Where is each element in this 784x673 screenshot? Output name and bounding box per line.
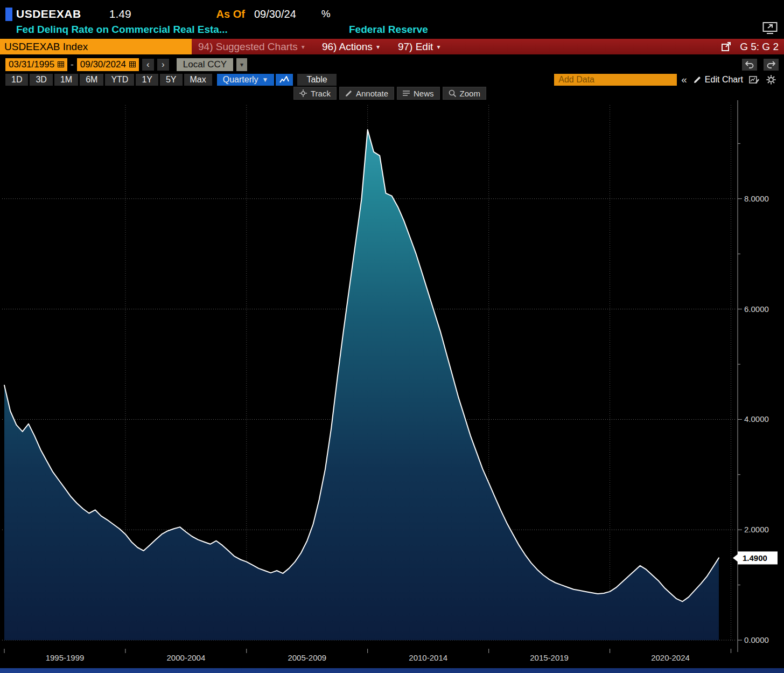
y-axis-label: 2.0000	[744, 525, 769, 534]
end-date-value: 09/30/2024	[80, 59, 126, 70]
news-button[interactable]: News	[397, 87, 440, 100]
tab-1y[interactable]: 1Y	[136, 74, 158, 86]
calendar-icon	[58, 59, 64, 70]
redo-button[interactable]	[764, 59, 779, 71]
taskbar-strip	[0, 668, 784, 673]
chevron-down-icon: ▾	[240, 61, 243, 68]
track-button[interactable]: Track	[293, 87, 337, 100]
currency-selector[interactable]: Local CCY	[177, 58, 233, 71]
calendar-icon	[129, 59, 136, 70]
undo-icon	[745, 61, 754, 68]
edit-label: 97) Edit	[398, 41, 433, 53]
zoom-label: Zoom	[460, 89, 480, 98]
edit-menu[interactable]: 97) Edit ▾	[398, 41, 440, 53]
x-axis-label: 2000-2004	[167, 653, 206, 662]
last-value-arrow	[733, 554, 738, 561]
menu-bar: USDEEXAB Index 94) Suggested Charts ▾ 96…	[0, 39, 784, 54]
chart-type-button[interactable]	[276, 74, 293, 86]
annotate-label: Annotate	[356, 89, 388, 98]
y-axis-label: 6.0000	[744, 304, 769, 314]
line-chart-icon	[279, 76, 289, 84]
frequency-selector[interactable]: Quarterly ▼	[217, 74, 275, 86]
chart-tools: Track Annotate News Zoom	[293, 87, 486, 100]
unit-percent: %	[321, 8, 331, 20]
range-forward-button[interactable]: ›	[157, 59, 169, 71]
news-label: News	[414, 89, 434, 98]
tab-3d[interactable]: 3D	[30, 74, 52, 86]
start-date-field[interactable]: 03/31/1995	[5, 58, 67, 71]
collapse-panel-button[interactable]: «	[681, 74, 687, 86]
delinquency-rate-chart[interactable]: 0.00002.00004.00006.00008.00001995-19992…	[0, 85, 784, 673]
last-value-badge-label: 1.4900	[743, 553, 767, 563]
chevron-down-icon: ▾	[376, 43, 380, 51]
description-bar: Fed Delinq Rate on Commercial Real Esta.…	[0, 24, 784, 39]
cursor-block	[5, 8, 12, 21]
quote-bar: USDEEXAB 1.49 As Of 09/30/24 %	[0, 0, 784, 24]
undo-button[interactable]	[742, 59, 757, 71]
x-axis-label: 2015-2019	[530, 653, 569, 662]
chevron-left-icon: ‹	[146, 59, 150, 70]
grid-indicator: G 5: G 2	[740, 41, 779, 53]
chart-settings-icon[interactable]	[747, 74, 762, 86]
last-price: 1.49	[109, 8, 131, 20]
table-button[interactable]: Table	[297, 74, 336, 86]
range-bar: 03/31/1995 - 09/30/2024 ‹ › Local CCY ▾	[0, 58, 784, 72]
launch-window-icon[interactable]	[718, 41, 733, 53]
series-area	[4, 130, 719, 640]
chevron-down-icon: ▼	[262, 76, 269, 84]
tab-6m[interactable]: 6M	[80, 74, 103, 86]
start-date-value: 03/31/1995	[9, 59, 54, 70]
suggested-charts-menu[interactable]: 94) Suggested Charts ▾	[198, 41, 305, 53]
add-data-input[interactable]: Add Data	[554, 74, 677, 86]
currency-dropdown-button[interactable]: ▾	[236, 58, 247, 71]
ticker-symbol: USDEEXAB	[16, 8, 81, 20]
end-date-field[interactable]: 09/30/2024	[77, 58, 139, 71]
tab-max[interactable]: Max	[184, 74, 212, 86]
news-lines-icon	[403, 90, 410, 96]
crosshair-icon	[299, 89, 307, 97]
magnifier-icon	[449, 89, 456, 97]
range-back-button[interactable]: ‹	[142, 59, 154, 71]
send-to-monitor-icon[interactable]	[762, 22, 778, 37]
chart-region: 0.00002.00004.00006.00008.00001995-19992…	[0, 85, 784, 673]
tab-ytd[interactable]: YTD	[105, 74, 134, 86]
security-description: Fed Delinq Rate on Commercial Real Esta.…	[16, 24, 228, 36]
x-axis-label: 1995-1999	[46, 653, 85, 662]
as-of-label: As Of	[216, 8, 245, 20]
x-axis-label: 2020-2024	[651, 653, 690, 662]
chevron-right-icon: ›	[162, 59, 165, 70]
x-axis-label: 2010-2014	[409, 653, 447, 662]
as-of-date: 09/30/24	[254, 8, 296, 20]
edit-chart-button[interactable]: Edit Chart	[691, 75, 745, 85]
data-source: Federal Reserve	[349, 24, 428, 36]
tab-1m[interactable]: 1M	[54, 74, 78, 86]
settings-gear-icon[interactable]	[764, 74, 779, 86]
zoom-button[interactable]: Zoom	[443, 87, 486, 100]
y-axis-label: 4.0000	[744, 414, 769, 424]
suggested-charts-label: 94) Suggested Charts	[198, 41, 298, 53]
y-axis-label: 0.0000	[744, 635, 769, 644]
frequency-label: Quarterly	[223, 75, 258, 85]
x-axis-label: 2005-2009	[288, 653, 326, 662]
actions-menu[interactable]: 96) Actions ▾	[322, 41, 380, 53]
y-axis-label: 8.0000	[744, 194, 769, 203]
annotate-pencil-icon	[345, 90, 352, 97]
period-bar: 1D 3D 1M 6M YTD 1Y 5Y Max Quarterly ▼ Ta…	[0, 73, 784, 86]
track-label: Track	[311, 89, 331, 98]
chevron-down-icon: ▾	[302, 43, 305, 51]
date-separator: -	[71, 59, 74, 70]
tab-1d[interactable]: 1D	[5, 74, 28, 86]
security-field[interactable]: USDEEXAB Index	[0, 39, 192, 54]
pencil-icon	[694, 76, 701, 84]
chevron-down-icon: ▾	[437, 43, 440, 51]
actions-label: 96) Actions	[322, 41, 373, 53]
tab-5y[interactable]: 5Y	[160, 74, 183, 86]
edit-chart-label: Edit Chart	[705, 75, 743, 85]
annotate-button[interactable]: Annotate	[339, 87, 394, 100]
redo-icon	[767, 61, 775, 68]
